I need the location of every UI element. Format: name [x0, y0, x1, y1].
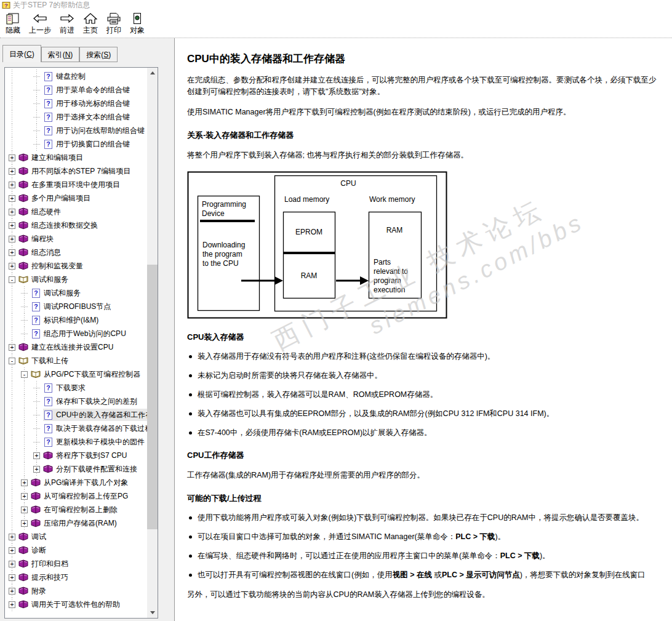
expand-icon[interactable]: +	[21, 479, 28, 486]
tab-n[interactable]: 索引(N)	[41, 47, 80, 62]
tree-item[interactable]: +建立在线连接并设置CPU	[5, 340, 147, 354]
tree-item[interactable]: +建立和编辑项目	[5, 151, 147, 164]
tree-item[interactable]: -调试和服务	[5, 273, 147, 286]
tree-item[interactable]: ?CPU中的装入存储器和工作存储器	[5, 408, 147, 422]
expand-icon[interactable]: +	[9, 588, 15, 595]
tree-item[interactable]: +编程块	[5, 232, 147, 246]
bullet-item: 未标记为启动时所需要的块将只存储在装入存储器中。	[187, 371, 672, 381]
help-page-icon: ?	[43, 383, 53, 392]
tree-item[interactable]: ?用于切换窗口的组合键	[5, 137, 147, 151]
tree-item[interactable]: +多个用户编辑项目	[5, 191, 147, 205]
tree-item[interactable]: -下载和上传	[5, 354, 147, 367]
tree-item[interactable]: +组态消息	[5, 246, 147, 259]
expand-icon[interactable]: +	[9, 182, 15, 188]
expand-icon[interactable]: +	[9, 547, 15, 554]
expand-icon[interactable]: +	[21, 507, 28, 513]
tree-item[interactable]: +分别下载硬件配置和连接	[5, 462, 147, 476]
tree-item[interactable]: +调试	[5, 530, 147, 543]
bullet-list: 装入存储器用于存储没有符号表的用户程序和注释(这些仍保留在编程设备的存储器中)。…	[187, 351, 672, 438]
collapse-icon[interactable]: -	[9, 276, 15, 283]
expand-icon[interactable]: +	[21, 493, 28, 500]
expand-icon[interactable]: +	[9, 561, 15, 567]
expand-icon[interactable]: +	[9, 601, 15, 608]
tree-item[interactable]: +组态连接和数据交换	[5, 218, 147, 232]
expand-icon[interactable]: +	[9, 236, 15, 242]
tree-item[interactable]: ?用于菜单命令的组合键	[5, 83, 147, 97]
expand-icon[interactable]: +	[9, 344, 15, 351]
tree-item[interactable]: +调用关于可选软件包的帮助	[5, 598, 147, 611]
tree-item[interactable]: ?下载要求	[5, 381, 147, 395]
expand-icon[interactable]: +	[9, 263, 15, 270]
tree-item[interactable]: +用不同版本的STEP 7编辑项目	[5, 164, 147, 178]
tree-item-label: 标识和维护(I&M)	[44, 315, 98, 326]
expand-icon[interactable]: +	[33, 466, 40, 473]
paragraph: 在完成组态、参数分配和程序创建并建立在线连接后，可以将完整的用户程序或各个块下载…	[187, 74, 672, 98]
tree-item[interactable]: ?更新模块和子模块中的固件	[5, 435, 147, 449]
tree-item[interactable]: ?用于访问在线帮助的组合键	[5, 124, 147, 137]
tree-item[interactable]: +附录	[5, 584, 147, 598]
tree-item-label: 分别下载硬件配置和连接	[56, 464, 137, 475]
tree-item-label: 调试和服务	[31, 274, 68, 285]
tree-item[interactable]: ?取决于装载存储器的下载过程	[5, 422, 147, 435]
tree-connector	[21, 334, 28, 334]
closed-book-icon	[18, 573, 28, 582]
object-button[interactable]: 对象	[126, 11, 149, 36]
svg-text:?: ?	[34, 289, 38, 297]
tree-connector	[33, 103, 40, 104]
expand-icon[interactable]: +	[9, 209, 15, 215]
tree-item[interactable]: +从可编程控制器上传至PG	[5, 489, 147, 503]
scrollbar-thumb[interactable]	[147, 265, 158, 529]
tree-item[interactable]: ?调试PROFIBUS节点	[5, 300, 147, 313]
tree-item[interactable]: +提示和技巧	[5, 571, 147, 584]
tree-item-label: 附录	[31, 586, 46, 596]
closed-book-icon	[18, 559, 28, 568]
expand-icon[interactable]: +	[9, 222, 15, 229]
tree-item[interactable]: +打印和归档	[5, 557, 147, 571]
expand-icon[interactable]: +	[9, 574, 15, 581]
expand-icon[interactable]: +	[33, 452, 40, 459]
tree-item[interactable]: ?键盘控制	[5, 70, 147, 83]
forward-arrow-button[interactable]: 前进	[55, 11, 79, 36]
print-button[interactable]: 打印	[102, 11, 126, 36]
tree-item[interactable]: ?组态用于Web访问的CPU	[5, 327, 147, 340]
home-button[interactable]: 主页	[79, 11, 102, 36]
tree-item[interactable]: ?标识和维护(I&M)	[5, 313, 147, 327]
tree-item[interactable]: -从PG/PC下载至可编程控制器	[5, 367, 147, 381]
tree-item[interactable]: +在多重项目环境中使用项目	[5, 178, 147, 191]
tree-item[interactable]: ?用于选择文本的组合键	[5, 110, 147, 124]
collapse-icon[interactable]: -	[21, 371, 28, 378]
tree-item-label: 从可编程控制器上传至PG	[44, 491, 128, 502]
tree-item[interactable]: ?调试和服务	[5, 286, 147, 300]
tree-item[interactable]: ?保存和下载块之间的差别	[5, 395, 147, 408]
expand-icon[interactable]: +	[9, 154, 15, 161]
expand-icon[interactable]: +	[21, 520, 28, 527]
tree-item[interactable]: +组态硬件	[5, 205, 147, 218]
svg-text:?: ?	[46, 86, 50, 94]
tree-item[interactable]: +将程序下载到S7 CPU	[5, 449, 147, 462]
tree-item[interactable]: ?用于移动光标的组合键	[5, 97, 147, 110]
triangle-up-icon	[150, 71, 155, 74]
expand-icon[interactable]: +	[9, 195, 15, 202]
tree-item-label: 将程序下载到S7 CPU	[56, 451, 127, 461]
tree-item[interactable]: +控制和监视变量	[5, 259, 147, 273]
tree-item[interactable]: +从PG编译并下载几个对象	[5, 476, 147, 489]
expand-icon[interactable]: +	[9, 249, 15, 256]
help-page-icon: ?	[31, 329, 41, 338]
expand-icon[interactable]: +	[9, 168, 15, 175]
nav-tabs: 目录(C)索引(N)搜索(S)	[2, 45, 118, 62]
collapse-icon[interactable]: -	[9, 358, 15, 364]
tree-item[interactable]: +压缩用户存储器(RAM)	[5, 516, 147, 530]
back-arrow-button[interactable]: 上一步	[25, 11, 55, 36]
back-arrow-icon	[33, 12, 47, 25]
expand-icon[interactable]: +	[9, 534, 15, 540]
closed-book-icon	[31, 478, 41, 487]
hide-panel-button[interactable]: 隐藏	[1, 11, 25, 36]
scroll-down-button[interactable]	[147, 607, 158, 618]
scroll-up-button[interactable]	[147, 68, 158, 78]
tree-item[interactable]: +在可编程控制器上删除	[5, 503, 147, 516]
tree-scrollbar[interactable]	[147, 68, 158, 618]
tree-item[interactable]: +诊断	[5, 543, 147, 557]
tab-c[interactable]: 目录(C)	[2, 45, 41, 62]
tab-s[interactable]: 搜索(S)	[79, 47, 118, 62]
tree-item-label: 从PG编译并下载几个对象	[44, 478, 128, 488]
